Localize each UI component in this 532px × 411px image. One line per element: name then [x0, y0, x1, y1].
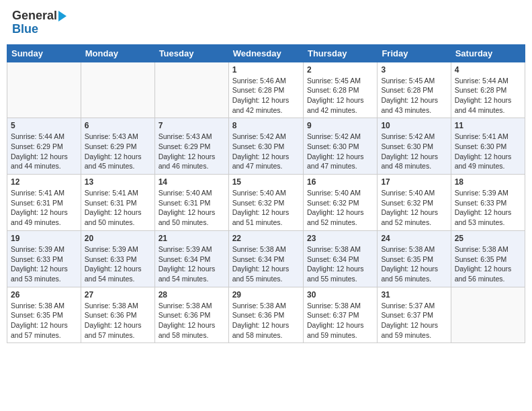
weekday-header-tuesday: Tuesday [154, 44, 228, 62]
logo-blue: Blue [12, 23, 66, 36]
calendar-week-row: 12Sunrise: 5:41 AM Sunset: 6:31 PM Dayli… [7, 175, 525, 231]
day-number: 16 [307, 177, 373, 187]
calendar-week-row: 26Sunrise: 5:38 AM Sunset: 6:35 PM Dayli… [7, 287, 525, 343]
weekday-header-saturday: Saturday [451, 44, 525, 62]
day-info: Sunrise: 5:42 AM Sunset: 6:30 PM Dayligh… [381, 132, 447, 171]
calendar-cell: 12Sunrise: 5:41 AM Sunset: 6:31 PM Dayli… [7, 175, 81, 231]
calendar-cell: 13Sunrise: 5:41 AM Sunset: 6:31 PM Dayli… [81, 175, 154, 231]
day-info: Sunrise: 5:42 AM Sunset: 6:30 PM Dayligh… [307, 132, 373, 171]
day-info: Sunrise: 5:44 AM Sunset: 6:29 PM Dayligh… [11, 132, 77, 171]
logo-general: General [12, 9, 66, 23]
calendar-cell: 18Sunrise: 5:39 AM Sunset: 6:33 PM Dayli… [451, 175, 525, 231]
logo: General Blue [12, 9, 66, 36]
day-number: 1 [232, 65, 300, 75]
day-number: 30 [307, 290, 373, 300]
day-info: Sunrise: 5:45 AM Sunset: 6:28 PM Dayligh… [381, 76, 447, 116]
day-number: 14 [159, 177, 225, 187]
day-number: 2 [307, 65, 373, 75]
day-info: Sunrise: 5:38 AM Sunset: 6:36 PM Dayligh… [159, 301, 225, 340]
calendar-cell: 20Sunrise: 5:39 AM Sunset: 6:33 PM Dayli… [81, 230, 154, 287]
day-number: 26 [11, 290, 77, 300]
day-number: 20 [85, 234, 151, 243]
calendar-cell: 11Sunrise: 5:41 AM Sunset: 6:30 PM Dayli… [451, 118, 525, 175]
calendar-cell: 27Sunrise: 5:38 AM Sunset: 6:36 PM Dayli… [81, 287, 154, 343]
calendar-week-row: 19Sunrise: 5:39 AM Sunset: 6:33 PM Dayli… [7, 230, 525, 287]
day-number: 21 [159, 234, 225, 243]
day-info: Sunrise: 5:42 AM Sunset: 6:30 PM Dayligh… [232, 132, 300, 171]
day-number: 4 [455, 65, 521, 75]
calendar-cell: 6Sunrise: 5:43 AM Sunset: 6:29 PM Daylig… [81, 118, 154, 175]
calendar-cell: 16Sunrise: 5:40 AM Sunset: 6:32 PM Dayli… [303, 175, 377, 231]
calendar-cell: 25Sunrise: 5:38 AM Sunset: 6:35 PM Dayli… [451, 230, 525, 287]
day-info: Sunrise: 5:44 AM Sunset: 6:28 PM Dayligh… [455, 76, 521, 116]
day-number: 17 [381, 177, 447, 187]
day-number: 25 [455, 234, 521, 243]
calendar-cell [154, 62, 228, 118]
calendar-cell [81, 62, 154, 118]
page-header: General Blue [7, 7, 525, 39]
calendar-cell: 22Sunrise: 5:38 AM Sunset: 6:34 PM Dayli… [228, 230, 303, 287]
day-number: 3 [381, 65, 447, 75]
day-number: 7 [159, 121, 225, 130]
calendar-cell: 4Sunrise: 5:44 AM Sunset: 6:28 PM Daylig… [451, 62, 525, 118]
day-number: 22 [232, 234, 300, 243]
day-number: 8 [232, 121, 300, 130]
calendar-cell: 5Sunrise: 5:44 AM Sunset: 6:29 PM Daylig… [7, 118, 81, 175]
day-info: Sunrise: 5:38 AM Sunset: 6:37 PM Dayligh… [307, 301, 373, 340]
day-number: 29 [232, 290, 300, 300]
calendar-cell [7, 62, 81, 118]
logo-arrow-icon [58, 11, 66, 21]
calendar-week-row: 1Sunrise: 5:46 AM Sunset: 6:28 PM Daylig… [7, 62, 525, 118]
day-info: Sunrise: 5:38 AM Sunset: 6:36 PM Dayligh… [232, 301, 300, 340]
weekday-header-wednesday: Wednesday [228, 44, 303, 62]
day-info: Sunrise: 5:45 AM Sunset: 6:28 PM Dayligh… [307, 76, 373, 116]
calendar-cell: 3Sunrise: 5:45 AM Sunset: 6:28 PM Daylig… [378, 62, 451, 118]
day-info: Sunrise: 5:38 AM Sunset: 6:35 PM Dayligh… [381, 244, 447, 284]
weekday-header-friday: Friday [378, 44, 451, 62]
day-number: 18 [455, 177, 521, 187]
calendar-cell: 1Sunrise: 5:46 AM Sunset: 6:28 PM Daylig… [228, 62, 303, 118]
day-info: Sunrise: 5:40 AM Sunset: 6:31 PM Dayligh… [159, 188, 225, 228]
day-number: 27 [85, 290, 151, 300]
day-info: Sunrise: 5:38 AM Sunset: 6:34 PM Dayligh… [232, 244, 300, 284]
day-number: 15 [232, 177, 300, 187]
weekday-header-thursday: Thursday [303, 44, 377, 62]
calendar-cell: 9Sunrise: 5:42 AM Sunset: 6:30 PM Daylig… [303, 118, 377, 175]
day-info: Sunrise: 5:40 AM Sunset: 6:32 PM Dayligh… [307, 188, 373, 228]
day-info: Sunrise: 5:38 AM Sunset: 6:35 PM Dayligh… [11, 301, 77, 340]
calendar-cell: 28Sunrise: 5:38 AM Sunset: 6:36 PM Dayli… [154, 287, 228, 343]
weekday-header-sunday: Sunday [7, 44, 81, 62]
calendar-cell: 23Sunrise: 5:38 AM Sunset: 6:34 PM Dayli… [303, 230, 377, 287]
calendar-cell: 24Sunrise: 5:38 AM Sunset: 6:35 PM Dayli… [378, 230, 451, 287]
day-number: 28 [159, 290, 225, 300]
day-number: 19 [11, 234, 77, 243]
calendar-cell: 2Sunrise: 5:45 AM Sunset: 6:28 PM Daylig… [303, 62, 377, 118]
day-number: 6 [85, 121, 151, 130]
day-info: Sunrise: 5:46 AM Sunset: 6:28 PM Dayligh… [232, 76, 300, 116]
day-number: 9 [307, 121, 373, 130]
day-info: Sunrise: 5:38 AM Sunset: 6:35 PM Dayligh… [455, 244, 521, 284]
calendar-cell: 30Sunrise: 5:38 AM Sunset: 6:37 PM Dayli… [303, 287, 377, 343]
day-info: Sunrise: 5:37 AM Sunset: 6:37 PM Dayligh… [381, 301, 447, 340]
day-number: 12 [11, 177, 77, 187]
calendar-cell: 7Sunrise: 5:43 AM Sunset: 6:29 PM Daylig… [154, 118, 228, 175]
calendar-cell: 19Sunrise: 5:39 AM Sunset: 6:33 PM Dayli… [7, 230, 81, 287]
calendar-cell: 17Sunrise: 5:40 AM Sunset: 6:32 PM Dayli… [378, 175, 451, 231]
calendar-cell: 15Sunrise: 5:40 AM Sunset: 6:32 PM Dayli… [228, 175, 303, 231]
calendar-header-row: SundayMondayTuesdayWednesdayThursdayFrid… [7, 44, 525, 62]
day-info: Sunrise: 5:40 AM Sunset: 6:32 PM Dayligh… [381, 188, 447, 228]
calendar-cell: 14Sunrise: 5:40 AM Sunset: 6:31 PM Dayli… [154, 175, 228, 231]
day-info: Sunrise: 5:39 AM Sunset: 6:33 PM Dayligh… [85, 244, 151, 284]
calendar-week-row: 5Sunrise: 5:44 AM Sunset: 6:29 PM Daylig… [7, 118, 525, 175]
day-number: 13 [85, 177, 151, 187]
day-info: Sunrise: 5:43 AM Sunset: 6:29 PM Dayligh… [159, 132, 225, 171]
day-info: Sunrise: 5:41 AM Sunset: 6:31 PM Dayligh… [85, 188, 151, 228]
day-number: 24 [381, 234, 447, 243]
day-info: Sunrise: 5:39 AM Sunset: 6:33 PM Dayligh… [11, 244, 77, 284]
calendar-cell: 29Sunrise: 5:38 AM Sunset: 6:36 PM Dayli… [228, 287, 303, 343]
day-number: 23 [307, 234, 373, 243]
calendar-table: SundayMondayTuesdayWednesdayThursdayFrid… [7, 44, 525, 344]
day-info: Sunrise: 5:41 AM Sunset: 6:31 PM Dayligh… [11, 188, 77, 228]
calendar-cell: 10Sunrise: 5:42 AM Sunset: 6:30 PM Dayli… [378, 118, 451, 175]
day-info: Sunrise: 5:38 AM Sunset: 6:34 PM Dayligh… [307, 244, 373, 284]
